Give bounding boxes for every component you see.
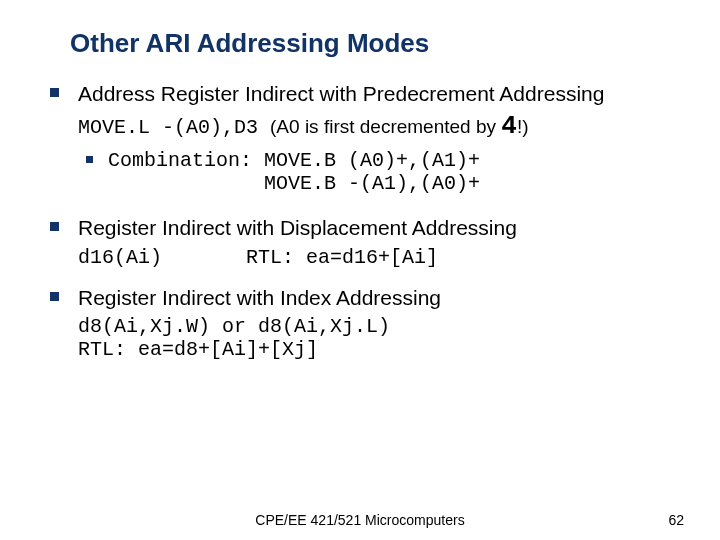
item3-heading: Register Indirect with Index Addressing bbox=[78, 285, 676, 311]
item2-code-a: d16(Ai) bbox=[78, 246, 162, 269]
bullet-item-2: Register Indirect with Displacement Addr… bbox=[78, 215, 676, 268]
square-bullet-icon bbox=[50, 292, 59, 301]
item2-code-b: RTL: ea=d16+[Ai] bbox=[162, 246, 438, 269]
item2-code: d16(Ai) RTL: ea=d16+[Ai] bbox=[78, 246, 676, 269]
item1-code-a: MOVE.L -(A0),D3 bbox=[78, 116, 270, 139]
item1-sub-line1: MOVE.B (A0)+,(A1)+ bbox=[252, 149, 480, 172]
item3-code: d8(Ai,Xj.W) or d8(Ai,Xj.L) RTL: ea=d8+[A… bbox=[78, 315, 676, 361]
footer-center: CPE/EE 421/521 Microcomputers bbox=[0, 512, 720, 528]
bullet-item-1: Address Register Indirect with Predecrem… bbox=[78, 81, 676, 195]
item2-heading: Register Indirect with Displacement Addr… bbox=[78, 215, 676, 241]
item3-code-b: RTL: ea=d8+[Ai]+[Xj] bbox=[78, 338, 676, 361]
item1-big4: 4 bbox=[501, 111, 517, 141]
item1-code: MOVE.L -(A0),D3 (A0 is first decremented… bbox=[78, 111, 676, 141]
slide: Other ARI Addressing Modes Address Regis… bbox=[0, 0, 720, 540]
item1-heading: Address Register Indirect with Predecrem… bbox=[78, 81, 676, 107]
bullet-item-3: Register Indirect with Index Addressing … bbox=[78, 285, 676, 361]
square-bullet-icon bbox=[86, 156, 93, 163]
item1-sub-label: Combination: bbox=[108, 149, 252, 172]
square-bullet-icon bbox=[50, 222, 59, 231]
page-number: 62 bbox=[668, 512, 684, 528]
item1-sub-lines: Combination: MOVE.B (A0)+,(A1)+ MOVE.B -… bbox=[108, 149, 676, 195]
item1-subbullet: Combination: MOVE.B (A0)+,(A1)+ MOVE.B -… bbox=[108, 149, 676, 195]
square-bullet-icon bbox=[50, 88, 59, 97]
item3-code-a: d8(Ai,Xj.W) or d8(Ai,Xj.L) bbox=[78, 315, 676, 338]
slide-title: Other ARI Addressing Modes bbox=[70, 28, 676, 59]
item1-note-pre: (A0 is first decremented by bbox=[270, 116, 501, 137]
item1-sub-line2: MOVE.B -(A1),(A0)+ bbox=[108, 172, 676, 195]
item1-note-post: !) bbox=[517, 116, 529, 137]
